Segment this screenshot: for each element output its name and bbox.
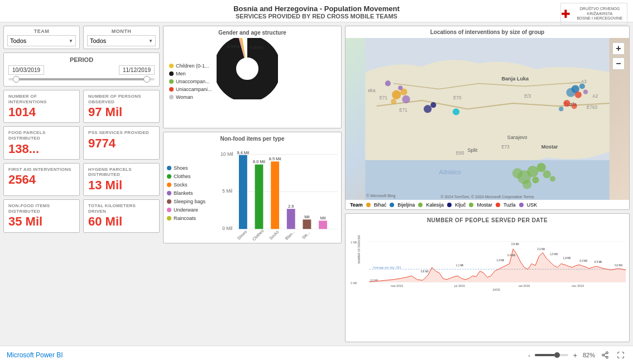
- stat-pss-value: 9774: [88, 137, 155, 150]
- svg-text:mai 2019: mai 2019: [391, 284, 403, 288]
- logo-text: DRUŠTVO CRVENOG KRIŽA/KRSTABOSNE I HERCE…: [573, 7, 627, 21]
- fullscreen-icon[interactable]: [615, 349, 626, 361]
- nfi-legend-raincoats: Raincoats: [167, 215, 217, 221]
- slider-right-thumb[interactable]: [143, 76, 150, 83]
- pie-svg: 96.96% 0.85% 0.94%: [217, 38, 278, 99]
- powerbi-link[interactable]: Microsoft Power BI: [7, 351, 63, 359]
- end-date[interactable]: 11/12/2019: [119, 65, 155, 75]
- svg-text:NUMBER OF PERSONS: NUMBER OF PERSONS: [358, 235, 361, 264]
- stat-hygene-label: HYGENE PARCELS DISTRIBUTED: [88, 167, 155, 178]
- date-slider-track[interactable]: [8, 78, 155, 80]
- map-dot-bijeljina: [390, 203, 394, 207]
- svg-point-51: [398, 85, 402, 90]
- stat-km-label: TOTAL KILOMETERS DRIVEN: [88, 203, 155, 214]
- map-legend-bihac: Bihać: [374, 202, 387, 208]
- svg-text:Split: Split: [467, 147, 477, 153]
- svg-point-70: [453, 108, 459, 115]
- legend-dot-men: [169, 71, 174, 76]
- slider-left-thumb[interactable]: [13, 76, 20, 83]
- legend-label-children: Children (0-1...: [176, 63, 209, 69]
- month-filter-label: MONTH: [87, 28, 156, 34]
- map-dot-kalesija: [418, 203, 423, 207]
- red-cross-icon: ✚: [561, 7, 570, 21]
- nfi-label-underware: Underware: [174, 207, 198, 213]
- svg-text:0.94%: 0.94%: [227, 44, 239, 49]
- stat-interventions-label: NUMBER OF INTERVENTIONS: [8, 94, 75, 104]
- svg-rect-12: [239, 155, 247, 229]
- nfi-label-sleeping: Sleeping bags: [174, 199, 205, 204]
- gender-chart-box: Gender and age structure Children (0-1..…: [163, 26, 342, 128]
- nfi-legend-sleeping: Sleeping bags: [167, 199, 217, 204]
- zoom-thumb[interactable]: [554, 352, 560, 358]
- svg-text:2.9: 2.9: [288, 204, 294, 209]
- nfi-dot-raincoats: [167, 216, 171, 221]
- svg-text:DATE: DATE: [493, 288, 501, 291]
- stat-persons-value: 97 Mil: [88, 106, 155, 119]
- gender-legend-item-1: Men: [169, 71, 212, 76]
- nfi-legend: Shoes Clothes Socks Blankets: [167, 144, 217, 242]
- svg-text:10 Mil: 10 Mil: [220, 151, 233, 157]
- zoom-slider[interactable]: [535, 354, 568, 356]
- stat-pss-label: PSS SERVICES PROVIDED: [88, 130, 155, 136]
- nfi-dot-socks: [167, 183, 171, 187]
- svg-line-101: [604, 356, 606, 357]
- svg-text:8.5 Mil: 8.5 Mil: [269, 156, 281, 161]
- svg-point-47: [392, 90, 401, 99]
- map-legend-tuzla: Tuzla: [503, 202, 516, 208]
- start-date[interactable]: 10/03/2019: [8, 65, 44, 75]
- map-dot-kljuc: [447, 203, 452, 207]
- left-panel: TEAM Todos ▼ MONTH Todos ▼ PERIOD: [3, 26, 160, 342]
- nfi-bars-wrapper: 10 Mil 5 Mil 0 Mil 9.4 Mil: [219, 144, 338, 242]
- share-icon[interactable]: [600, 349, 611, 361]
- nfi-legend-clothes: Clothes: [167, 174, 217, 179]
- period-label: PERIOD: [8, 56, 155, 63]
- svg-point-50: [402, 95, 410, 103]
- map-dot-mostar: [469, 203, 473, 207]
- map-zoom-out-button[interactable]: −: [612, 58, 625, 70]
- nfi-label-socks: Socks: [174, 182, 188, 188]
- svg-text:set 2019: set 2019: [519, 284, 530, 288]
- right-panel: Locations of interventions by size of gr…: [345, 26, 630, 342]
- stat-km: TOTAL KILOMETERS DRIVEN 60 Mil: [83, 199, 160, 232]
- svg-point-53: [579, 83, 585, 89]
- svg-text:E65: E65: [456, 151, 464, 156]
- svg-text:0 Mil: 0 Mil: [222, 226, 232, 231]
- svg-rect-16: [271, 161, 279, 229]
- svg-text:E71: E71: [380, 95, 388, 100]
- svg-text:© Microsoft Bing: © Microsoft Bing: [366, 194, 395, 198]
- period-dates: 10/03/2019 11/12/2019: [8, 65, 155, 75]
- svg-point-59: [559, 107, 563, 111]
- svg-text:Blan...: Blan...: [284, 229, 296, 241]
- month-select[interactable]: Todos ▼: [87, 35, 156, 46]
- svg-point-66: [532, 176, 539, 183]
- svg-text:Mil: Mil: [304, 214, 310, 219]
- gender-legend-item-2: Unaccompan...: [169, 79, 212, 84]
- svg-text:Sarajevo: Sarajevo: [507, 135, 528, 140]
- map-zoom-in-button[interactable]: +: [612, 42, 625, 55]
- map-legend-kljuc: Ključ: [455, 202, 466, 208]
- svg-text:Sle...: Sle...: [301, 230, 311, 240]
- team-select[interactable]: Todos ▼: [7, 35, 76, 46]
- svg-text:Mil: Mil: [320, 215, 326, 221]
- map-dot-bihac: [366, 203, 371, 207]
- nfi-legend-underware: Underware: [167, 207, 217, 213]
- map-dot-tuzla: [496, 203, 500, 207]
- nfi-label-clothes: Clothes: [174, 174, 191, 179]
- map-title: Locations of interventions by size of gr…: [346, 26, 629, 38]
- svg-rect-18: [287, 209, 295, 229]
- svg-point-67: [512, 168, 522, 178]
- svg-text:2 Mil: 2 Mil: [351, 241, 357, 244]
- svg-point-57: [563, 100, 570, 107]
- stat-km-value: 60 Mil: [88, 215, 155, 228]
- svg-point-71: [385, 80, 391, 86]
- pie-chart: 96.96% 0.85% 0.94%: [217, 38, 278, 124]
- svg-point-49: [391, 99, 396, 104]
- svg-line-102: [604, 353, 606, 355]
- svg-point-69: [522, 180, 531, 189]
- nfi-chart-content: Shoes Clothes Socks Blankets: [167, 144, 338, 242]
- svg-text:1.1 Mil: 1.1 Mil: [456, 264, 464, 267]
- svg-text:0.8 Mil: 0.8 Mil: [421, 270, 429, 273]
- stat-interventions-value: 1014: [8, 106, 75, 119]
- nfi-label-raincoats: Raincoats: [174, 215, 196, 221]
- svg-text:Average per day: 363: Average per day: 363: [373, 266, 401, 269]
